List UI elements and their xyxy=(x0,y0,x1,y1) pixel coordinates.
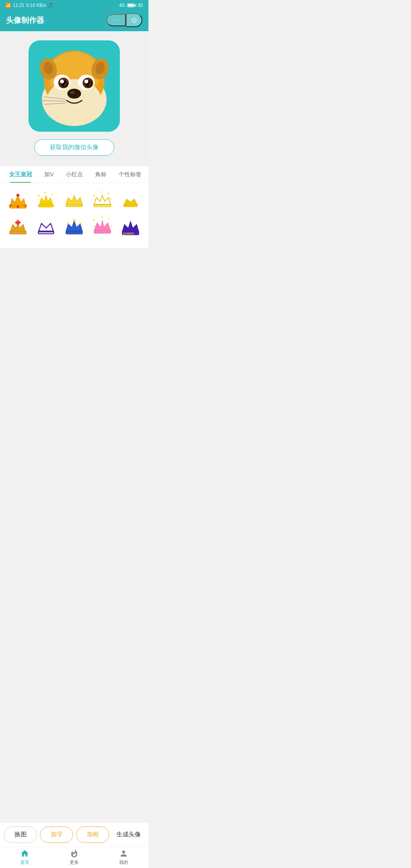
tab-add-v-label: 加V xyxy=(44,171,54,177)
svg-rect-51 xyxy=(66,231,83,234)
speed-display: 0.10 KB/s xyxy=(26,3,46,8)
svg-rect-49 xyxy=(38,231,54,234)
crown-icon-9: ✦ ✦ ✦ ✦ ✦ xyxy=(92,217,112,236)
crown-icon-1 xyxy=(8,191,28,210)
tab-queen-crown[interactable]: 女王皇冠 xyxy=(3,166,38,183)
svg-point-33 xyxy=(45,193,47,196)
svg-point-17 xyxy=(70,91,75,94)
crown-icon-6 xyxy=(8,217,28,236)
svg-text:✦: ✦ xyxy=(110,225,112,228)
app-header: 头像制作器 ··· ⊙ xyxy=(0,11,148,31)
status-right: 4G 82 xyxy=(119,3,143,8)
tab-badge-label: 角标 xyxy=(95,171,107,177)
svg-point-36 xyxy=(73,195,75,196)
svg-marker-50 xyxy=(66,220,83,232)
crown-icon-2: ✦ ✦ ✦ xyxy=(36,191,56,210)
audio-icon: 🎵 xyxy=(48,3,54,8)
status-bar: 📶 11:21 0.10 KB/s 🎵 4G 82 xyxy=(0,0,148,11)
crown-item-7[interactable] xyxy=(33,215,59,238)
avatar-section: 获取我的微信头像 xyxy=(0,31,148,163)
svg-point-37 xyxy=(80,197,81,199)
crowns-grid: ✦ ✦ ✦ ✦ ✦ ✦ ✦ xyxy=(4,187,145,240)
battery-percent: 82 xyxy=(138,3,143,8)
status-left: 📶 11:21 0.10 KB/s 🎵 xyxy=(5,3,54,8)
svg-text:✦: ✦ xyxy=(37,193,40,198)
tab-queen-crown-label: 女王皇冠 xyxy=(9,171,32,177)
crowns-section: ✦ ✦ ✦ ✦ ✦ ✦ ✦ xyxy=(0,183,148,248)
svg-point-35 xyxy=(67,197,69,199)
crown-item-8[interactable] xyxy=(62,215,87,238)
svg-point-54 xyxy=(80,223,81,225)
svg-point-23 xyxy=(16,194,19,197)
header-actions: ··· ⊙ xyxy=(107,13,142,27)
svg-point-48 xyxy=(17,220,19,222)
get-wechat-avatar-button[interactable]: 获取我的微信头像 xyxy=(34,139,114,156)
crown-item-4[interactable]: ✦ ✦ ✦ ✦ xyxy=(90,189,115,212)
avatar-preview xyxy=(29,40,120,132)
crown-icon-7 xyxy=(36,217,56,236)
svg-text:✦: ✦ xyxy=(107,191,110,195)
svg-marker-66 xyxy=(122,221,139,232)
crown-item-2[interactable]: ✦ ✦ ✦ xyxy=(33,189,59,212)
crown-item-3[interactable] xyxy=(62,189,87,212)
svg-text:✦: ✦ xyxy=(93,225,96,228)
app-title: 头像制作器 xyxy=(6,15,44,26)
svg-text:QUEEN: QUEEN xyxy=(123,232,134,235)
battery-indicator xyxy=(127,3,136,7)
svg-point-53 xyxy=(67,223,69,225)
tab-personal-tag-label: 个性标签 xyxy=(119,171,142,177)
tab-add-v[interactable]: 加V xyxy=(38,166,60,183)
crown-item-10[interactable]: QUEEN xyxy=(118,215,143,238)
svg-rect-45 xyxy=(10,231,26,234)
tab-red-dot[interactable]: 小红点 xyxy=(60,166,89,183)
crown-icon-5 xyxy=(121,191,140,210)
camera-button[interactable]: ⊙ xyxy=(126,13,142,27)
svg-point-15 xyxy=(84,80,88,83)
svg-marker-28 xyxy=(39,195,53,205)
doge-illustration xyxy=(32,44,116,128)
crown-item-1[interactable] xyxy=(5,189,30,212)
crown-item-9[interactable]: ✦ ✦ ✦ ✦ ✦ xyxy=(90,215,115,238)
tab-personal-tag[interactable]: 个性标签 xyxy=(113,166,148,183)
tabs-section: 女王皇冠 加V 小红点 角标 个性标签 爱 xyxy=(0,166,148,183)
svg-rect-60 xyxy=(94,230,111,233)
svg-rect-27 xyxy=(10,205,26,206)
tab-red-dot-label: 小红点 xyxy=(66,171,83,177)
svg-rect-34 xyxy=(66,204,83,207)
svg-text:✦: ✦ xyxy=(92,218,96,222)
svg-point-16 xyxy=(67,89,81,99)
more-options-button[interactable]: ··· xyxy=(107,14,126,26)
signal-icon: 📶 xyxy=(5,3,11,8)
tab-badge[interactable]: 角标 xyxy=(89,166,113,183)
svg-point-14 xyxy=(60,80,64,83)
svg-text:✦: ✦ xyxy=(110,198,112,200)
svg-marker-21 xyxy=(10,195,25,206)
svg-point-52 xyxy=(73,219,75,222)
svg-text:✦: ✦ xyxy=(92,194,96,198)
network-icon: 4G xyxy=(119,3,125,8)
svg-text:✦: ✦ xyxy=(100,191,103,194)
crown-icon-3 xyxy=(64,191,84,210)
crown-item-6[interactable] xyxy=(5,215,30,238)
tab-love[interactable]: 爱 xyxy=(148,166,148,183)
svg-text:✦: ✦ xyxy=(101,217,104,219)
crown-icon-8 xyxy=(64,217,84,236)
content-spacer xyxy=(0,248,148,278)
time-display: 11:21 xyxy=(13,3,24,8)
svg-rect-43 xyxy=(124,204,137,207)
svg-rect-29 xyxy=(38,204,54,207)
crown-icon-10: QUEEN xyxy=(121,217,140,236)
svg-text:✦: ✦ xyxy=(51,193,53,196)
crown-icon-4: ✦ ✦ ✦ ✦ xyxy=(92,191,112,210)
svg-text:✦: ✦ xyxy=(108,217,110,220)
get-avatar-label: 获取我的微信头像 xyxy=(50,144,99,150)
crown-item-5[interactable] xyxy=(118,189,143,212)
category-tabs: 女王皇冠 加V 小红点 角标 个性标签 爱 xyxy=(0,166,148,183)
